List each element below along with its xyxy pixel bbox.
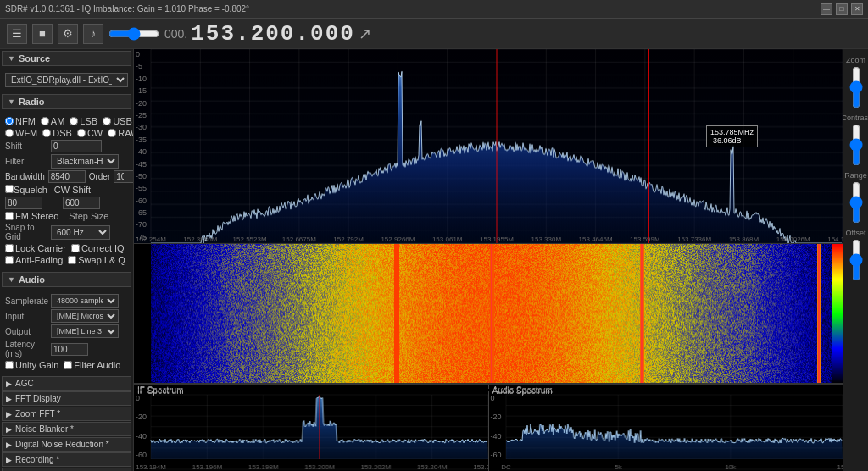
- zoom-slider[interactable]: [849, 66, 863, 108]
- filter-audio-label[interactable]: Filter Audio: [64, 360, 120, 370]
- fm-button[interactable]: ▼ Frequency Manager *: [2, 468, 131, 471]
- squelch-checkbox[interactable]: [5, 185, 14, 193]
- waterfall[interactable]: [134, 244, 843, 384]
- squelch-label: Squelch: [14, 185, 47, 195]
- correct-iq-label[interactable]: Correct IQ: [71, 243, 125, 253]
- unity-gain-checkbox[interactable]: [5, 361, 14, 369]
- usb-radio[interactable]: [103, 117, 111, 125]
- squelch-value-input[interactable]: [5, 197, 42, 209]
- window-controls[interactable]: — □ ✕: [821, 3, 863, 15]
- freq-prefix: 000.: [164, 27, 187, 41]
- unity-gain-label[interactable]: Unity Gain: [5, 360, 58, 370]
- range-slider[interactable]: [849, 181, 863, 224]
- cw-radio-label[interactable]: CW: [77, 128, 103, 138]
- sidebar: ▼ Source ExtIO_SDRplay.dll - ExtIO_SDRpl…: [0, 49, 134, 471]
- wfm-radio-label[interactable]: WFM: [5, 128, 37, 138]
- squelch-checkbox-label[interactable]: Squelch: [5, 185, 47, 195]
- am-radio-label[interactable]: AM: [41, 116, 65, 126]
- input-select[interactable]: [MME] Microsoft Soun...: [51, 309, 119, 323]
- lock-carrier-label[interactable]: Lock Carrier: [5, 243, 66, 253]
- anti-fading-checkbox[interactable]: [5, 256, 14, 264]
- agc-arrow-icon: ▶: [6, 380, 12, 388]
- latency-input[interactable]: [51, 343, 88, 356]
- main-spectrum-canvas[interactable]: [134, 49, 843, 243]
- audio-section-header[interactable]: ▼ Audio: [2, 272, 131, 287]
- lock-carrier-checkbox[interactable]: [5, 244, 14, 252]
- audio-spectrum[interactable]: Audio Spectrum 0 -20 -40 -60: [489, 385, 843, 471]
- gain-filter-row: Unity Gain Filter Audio: [5, 360, 128, 370]
- fm-stereo-label[interactable]: FM Stereo: [5, 211, 58, 221]
- radio-row-1: NFM AM LSB USB: [5, 116, 128, 126]
- cw-shift-input[interactable]: [63, 197, 100, 209]
- dsb-radio[interactable]: [42, 129, 51, 137]
- audio-spectrum-canvas[interactable]: [489, 385, 843, 471]
- samplerate-select[interactable]: 48000 sample/sec: [51, 294, 119, 308]
- am-radio[interactable]: [41, 117, 49, 125]
- audio-button[interactable]: ♪: [83, 24, 103, 44]
- radio-content: NFM AM LSB USB WFM DSB CW RAW Shift Filt…: [0, 111, 133, 270]
- nfm-radio-label[interactable]: NFM: [5, 116, 36, 126]
- source-content: ExtIO_SDRplay.dll - ExtIO_SDRplay.dll: [0, 68, 133, 92]
- radio-section-header[interactable]: ▼ Radio: [2, 94, 131, 109]
- dnr-button[interactable]: ▶ Digital Noise Reduction *: [2, 437, 131, 452]
- swap-row: Anti-Fading Swap I & Q: [5, 255, 128, 265]
- raw-radio[interactable]: [108, 129, 116, 137]
- fft-button[interactable]: ▶ FFT Display: [2, 391, 131, 406]
- if-spectrum-canvas[interactable]: [134, 385, 488, 471]
- zoom-label: Zoom FFT *: [15, 409, 60, 418]
- latency-label: Latency (ms): [5, 340, 47, 358]
- window-title: SDR# v1.0.0.1361 - IQ Imbalance: Gain = …: [5, 4, 249, 14]
- minimize-button[interactable]: —: [821, 3, 832, 15]
- freq-arrow-icon[interactable]: ↗: [359, 25, 371, 43]
- offset-slider[interactable]: [849, 239, 863, 281]
- lsb-radio[interactable]: [70, 117, 78, 125]
- bandwidth-input[interactable]: [48, 170, 86, 183]
- agc-button[interactable]: ▶ AGC: [2, 376, 131, 391]
- output-select[interactable]: [MME] Line 3 (Virtual /...: [51, 324, 119, 338]
- swap-iq-checkbox[interactable]: [68, 256, 76, 264]
- fm-stereo-checkbox[interactable]: [5, 212, 14, 220]
- stop-button[interactable]: ■: [32, 24, 53, 44]
- shift-input[interactable]: [51, 140, 102, 152]
- recording-button[interactable]: ▶ Recording *: [2, 452, 131, 467]
- freq-slider[interactable]: [108, 27, 159, 41]
- correct-iq-checkbox[interactable]: [71, 244, 80, 252]
- right-controls: Zoom Contrast Range Offset: [843, 49, 868, 471]
- dnr-arrow-icon: ▶: [6, 441, 12, 449]
- wfm-radio[interactable]: [5, 129, 14, 137]
- nfm-radio[interactable]: [5, 117, 14, 125]
- waterfall-canvas[interactable]: [134, 244, 843, 383]
- fft-arrow-icon: ▶: [6, 395, 12, 403]
- output-row: Output [MME] Line 3 (Virtual /...: [5, 324, 128, 338]
- main-spectrum[interactable]: 0 -5 -10 -15 -20 -25 -30 -35 -40 -45 -50…: [134, 49, 843, 244]
- order-input[interactable]: [114, 170, 134, 183]
- filter-audio-checkbox[interactable]: [64, 361, 72, 369]
- menu-button[interactable]: ☰: [7, 24, 27, 44]
- maximize-button[interactable]: □: [836, 3, 848, 15]
- raw-radio-label[interactable]: RAW: [108, 128, 134, 138]
- shift-row: Shift: [5, 140, 128, 152]
- if-spectrum[interactable]: IF Spectrum 0 -20 -40 -60: [134, 385, 489, 471]
- agc-section: ▶ AGC: [2, 376, 131, 391]
- settings-button[interactable]: ⚙: [58, 24, 78, 44]
- close-button[interactable]: ✕: [851, 3, 863, 15]
- snap-select[interactable]: 600 Hz: [51, 225, 110, 240]
- dnr-section: ▶ Digital Noise Reduction *: [2, 437, 131, 452]
- fm-stereo-text: FM Stereo: [15, 211, 58, 221]
- cw-radio[interactable]: [77, 129, 86, 137]
- anti-fading-text: Anti-Fading: [15, 255, 63, 265]
- contrast-slider[interactable]: [849, 124, 863, 166]
- noise-button[interactable]: ▶ Noise Blanker *: [2, 422, 131, 436]
- swap-iq-label[interactable]: Swap I & Q: [68, 255, 125, 265]
- noise-section: ▶ Noise Blanker *: [2, 422, 131, 436]
- zoom-button[interactable]: ▶ Zoom FFT *: [2, 407, 131, 421]
- usb-radio-label[interactable]: USB: [103, 116, 132, 126]
- noise-arrow-icon: ▶: [6, 425, 12, 434]
- anti-fading-label[interactable]: Anti-Fading: [5, 255, 63, 265]
- filter-select[interactable]: Blackman-Harris 4: [51, 154, 119, 169]
- source-device-select[interactable]: ExtIO_SDRplay.dll - ExtIO_SDRplay.dll: [5, 73, 128, 87]
- contrast-ctrl-label: Contrast: [842, 114, 869, 122]
- lsb-radio-label[interactable]: LSB: [70, 116, 97, 126]
- source-section-header[interactable]: ▼ Source: [2, 51, 131, 66]
- dsb-radio-label[interactable]: DSB: [42, 128, 72, 138]
